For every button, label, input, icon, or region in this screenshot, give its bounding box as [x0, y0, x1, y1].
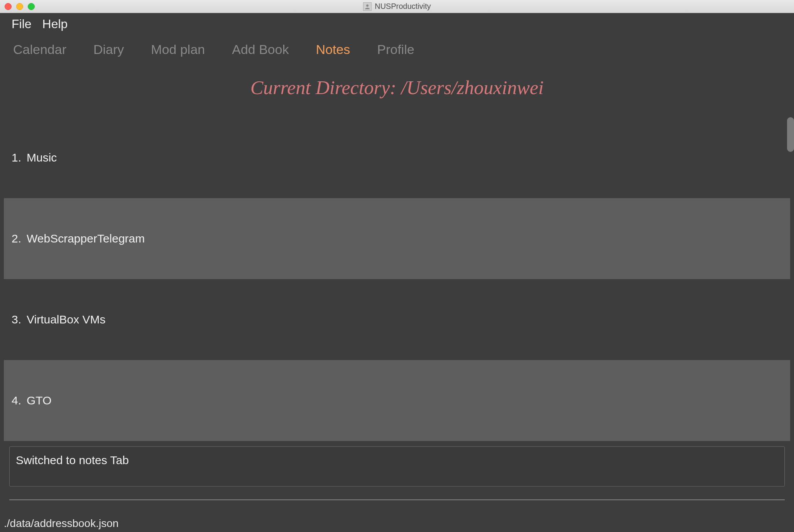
tab-notes[interactable]: Notes: [316, 42, 350, 57]
menu-file[interactable]: File: [12, 17, 32, 31]
note-index: 3.: [12, 313, 21, 326]
window-title-text: NUSProductivity: [375, 2, 431, 11]
notes-content: 1. Music 2. WebScrapperTelegram 3. Virtu…: [0, 117, 794, 446]
maximize-window-button[interactable]: [28, 3, 35, 10]
note-index: 4.: [12, 394, 21, 407]
command-input[interactable]: [9, 500, 785, 516]
directory-label-prefix: Current Directory:: [250, 77, 401, 98]
traffic-lights: [5, 3, 35, 10]
[interactable]: Diary: [93, 42, 124, 57]
menubar: File Help: [0, 13, 794, 35]
note-index: 2.: [12, 232, 21, 245]
window-title: NUSProductivity: [363, 2, 431, 11]
scrollbar-thumb[interactable]: [787, 117, 794, 152]
directory-path: /Users/zhouxinwei: [401, 77, 544, 98]
status-message: Switched to notes Tab: [16, 454, 778, 467]
note-name: GTO: [27, 394, 51, 407]
tab-profile[interactable]: Profile: [377, 42, 414, 57]
close-window-button[interactable]: [5, 3, 12, 10]
tab-mod-plan[interactable]: Mod plan: [151, 42, 205, 57]
menu-help[interactable]: Help: [42, 17, 68, 31]
directory-header: Current Directory: /Users/zhouxinwei: [0, 66, 794, 117]
app-window: NUSProductivity File Help Calendar Diary…: [0, 0, 794, 532]
app-icon: [363, 2, 372, 11]
note-row[interactable]: 3. VirtualBox VMs: [4, 279, 790, 360]
svg-point-0: [366, 4, 368, 7]
note-row[interactable]: 4. GTO: [4, 360, 790, 441]
minimize-window-button[interactable]: [16, 3, 23, 10]
scrollbar-track[interactable]: [787, 117, 794, 446]
tabbar: Calendar Diary Mod plan Add Book Notes P…: [0, 35, 794, 66]
note-name: VirtualBox VMs: [27, 313, 106, 326]
tab-add-book[interactable]: Add Book: [232, 42, 289, 57]
note-name: Music: [27, 151, 57, 164]
note-row[interactable]: 1. Music: [4, 117, 790, 198]
note-name: WebScrapperTelegram: [27, 232, 145, 245]
status-box: Switched to notes Tab: [9, 446, 785, 487]
note-row[interactable]: 2. WebScrapperTelegram: [4, 198, 790, 279]
titlebar: NUSProductivity: [0, 0, 794, 13]
tab-calendar[interactable]: Calendar: [13, 42, 66, 57]
notes-list[interactable]: 1. Music 2. WebScrapperTelegram 3. Virtu…: [4, 117, 790, 446]
note-index: 1.: [12, 151, 21, 164]
footer-path: ./data/addressbook.json: [0, 516, 794, 532]
